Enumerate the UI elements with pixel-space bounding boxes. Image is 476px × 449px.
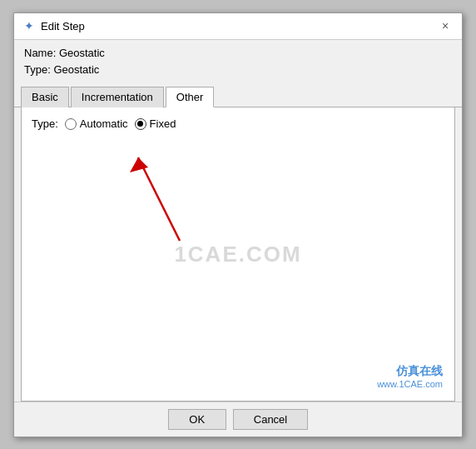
bottom-watermark: 仿真在线 www.1CAE.com xyxy=(377,364,443,389)
type-row-info: Type: Geostatic xyxy=(24,62,452,79)
cancel-button[interactable]: Cancel xyxy=(233,409,308,430)
radio-automatic-label: Automatic xyxy=(80,117,128,130)
title-bar-left: ✦ Edit Step xyxy=(22,19,85,32)
watermark-url: www.1CAE.com xyxy=(377,379,443,389)
edit-step-dialog: ✦ Edit Step × Name: Geostatic Type: Geos… xyxy=(13,12,463,437)
type-info-value-text: Geostatic xyxy=(53,63,99,76)
annotation-arrow xyxy=(105,141,205,249)
tab-bar: Basic Incrementation Other xyxy=(14,82,462,107)
tab-incrementation[interactable]: Incrementation xyxy=(71,87,164,107)
dialog-title: Edit Step xyxy=(41,20,85,32)
name-row: Name: Geostatic xyxy=(24,45,452,62)
type-field-label: Type: xyxy=(32,117,58,130)
svg-line-0 xyxy=(138,157,180,241)
name-label: Name: xyxy=(24,47,56,59)
dialog-footer: OK Cancel xyxy=(14,402,462,437)
ok-button[interactable]: OK xyxy=(168,409,226,430)
dialog-icon: ✦ xyxy=(22,19,36,32)
radio-fixed-circle[interactable] xyxy=(135,118,146,130)
tab-other[interactable]: Other xyxy=(166,87,215,107)
close-button[interactable]: × xyxy=(437,17,454,34)
tab-basic[interactable]: Basic xyxy=(21,87,69,107)
dialog-info: Name: Geostatic Type: Geostatic xyxy=(14,40,462,83)
svg-marker-1 xyxy=(130,157,148,172)
title-bar: ✦ Edit Step × xyxy=(14,13,462,40)
name-value-text: Geostatic xyxy=(59,47,105,59)
radio-fixed-label: Fixed xyxy=(150,117,176,130)
tab-content-other: 1CAE.COM Type: Automatic Fixed xyxy=(21,107,455,401)
radio-fixed[interactable]: Fixed xyxy=(135,117,176,130)
watermark-chinese: 仿真在线 xyxy=(377,364,443,379)
radio-automatic[interactable]: Automatic xyxy=(65,117,128,130)
radio-automatic-circle[interactable] xyxy=(65,118,77,130)
type-info-label: Type: xyxy=(24,63,51,76)
watermark-text: 1CAE.COM xyxy=(174,241,301,267)
type-selection-row: Type: Automatic Fixed xyxy=(32,117,444,130)
